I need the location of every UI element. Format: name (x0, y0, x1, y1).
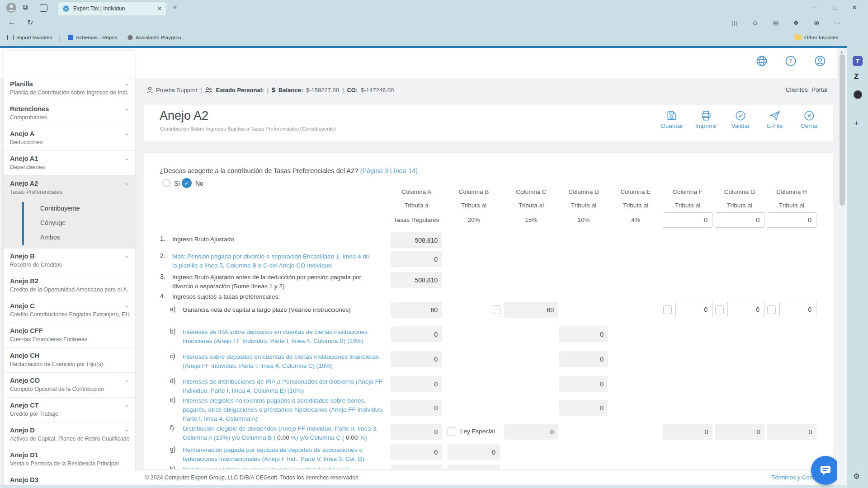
zendesk-icon[interactable]: Z (854, 72, 859, 81)
sidebar-item-planilla[interactable]: PlanillaPlanilla de Contribución sobre I… (4, 76, 135, 101)
profile-avatar[interactable] (6, 3, 16, 13)
row-label[interactable]: Intereses sobre depósitos en cuentas de … (183, 352, 384, 371)
collections-icon[interactable]: ⊞ (773, 19, 779, 27)
chevron-down-icon: ⌄ (124, 302, 129, 309)
sidebar-item-anejo-b2[interactable]: Anejo B2Crédito de la Oportunidad Americ… (4, 273, 135, 298)
radio-yes-label: Sí (174, 180, 180, 187)
row-label[interactable]: Intereses de IRA sobre depósitos en cuen… (183, 328, 384, 346)
schemas-repos-icon (68, 35, 73, 40)
readonly-field-col-A: 0 (391, 376, 442, 392)
column-header-E: Columna E (606, 188, 665, 195)
sidebar-item-retenciones[interactable]: RetencionesComprobantes⌄ (4, 101, 135, 126)
row-label[interactable]: Más: Pensión pagada por divorcio o separ… (172, 252, 373, 270)
checkbox-col-G[interactable] (715, 305, 724, 314)
checkbox-col-F[interactable] (663, 305, 672, 314)
settings-gear-icon[interactable]: ⚙ (853, 472, 860, 481)
checkbox-col-C[interactable] (492, 305, 500, 314)
chat-button[interactable] (811, 456, 840, 485)
settings-menu-icon[interactable]: ⋯ (834, 19, 840, 27)
column-header-D: Columna D (554, 188, 613, 195)
maximize-button[interactable]: □ (828, 3, 841, 12)
row-label[interactable]: Distribuciones totales de planes de reti… (183, 465, 384, 469)
readonly-field-col-A: 508,810 (391, 232, 442, 248)
scrollbar-thumb[interactable] (840, 54, 845, 206)
app-icon-dark[interactable] (854, 90, 862, 99)
row-label[interactable]: Distribución elegible de dividendos (Ane… (183, 424, 384, 442)
sidebar-item-anejo-b[interactable]: Anejo BRecobro de Créditos⌄ (4, 248, 135, 273)
help-icon[interactable]: ? (784, 55, 797, 67)
column-rate-input-F[interactable]: 0 (663, 212, 712, 228)
refresh-button[interactable]: ↻ (27, 19, 33, 26)
checkbox-col-H[interactable] (767, 305, 776, 314)
estado-label: Estado Personal: (216, 87, 264, 94)
input-field-col-F[interactable]: 0 (675, 302, 712, 317)
tab-actions-icon[interactable] (40, 4, 47, 12)
account-icon[interactable] (814, 55, 826, 67)
sidebar-item-anejo-d1[interactable]: Anejo D1Venta o Permuta de la Residencia… (4, 447, 135, 472)
radio-no[interactable]: ✓ (182, 178, 192, 188)
minimize-button[interactable]: — (808, 3, 821, 12)
sidebar-item-anejo-d[interactable]: Anejo DActivos de Capital, Planes de Ret… (4, 422, 135, 447)
column-rate-input-G[interactable]: 0 (715, 212, 764, 228)
radio-yes[interactable] (162, 179, 170, 187)
column-header-C: Columna C (502, 188, 561, 195)
sidebar-item-anejo-c[interactable]: Anejo CCrédito Contribuciones Pagadas Ex… (4, 298, 135, 323)
close-button[interactable]: ✕ (848, 3, 861, 12)
row-number: e) (170, 396, 175, 404)
sidebar-item-title: Anejo CT (10, 401, 130, 410)
portal-link[interactable]: Portal (811, 86, 827, 93)
favorites-toolbar-icon[interactable]: ✩ (752, 19, 758, 27)
paper-plane-icon (769, 110, 781, 122)
action-buttons: GuardarImprimirValidarE-FileCerrar (655, 110, 826, 129)
readonly-field-col-C: 60 (504, 302, 558, 318)
efile-button[interactable]: E-File (758, 110, 792, 129)
sidebar-item-title: Anejo CFF (10, 327, 130, 335)
validar-button[interactable]: Validar (723, 110, 758, 129)
row-label[interactable]: Intereses de distribuciones de IRA a Pen… (183, 377, 384, 395)
readonly-field-col-A: 0 (391, 400, 442, 416)
sidebar-item-anejo-a[interactable]: Anejo ADeducciones⌄ (4, 126, 135, 150)
sidebar-item-anejo-ct[interactable]: Anejo CTCrédito por Trabajo⌄ (4, 397, 135, 422)
sidebar-item-anejo-ch[interactable]: Anejo CHReclamación de Exención por Hijo… (4, 347, 135, 372)
sidebar-add-icon[interactable]: + (854, 118, 859, 128)
favorites-item-schemas[interactable]: Schemas - Repos (68, 35, 117, 40)
sidebar-item-anejo-cff[interactable]: Anejo CFFCuentas Financieras Foráneas (4, 323, 135, 347)
new-tab-button[interactable]: + (173, 4, 177, 11)
row-label[interactable]: Remuneración pagada por equipos de depor… (183, 446, 384, 464)
sidebar-item-title: Retenciones (10, 105, 130, 113)
cerrar-button[interactable]: Cerrar (792, 110, 826, 129)
browser-tab[interactable]: Expert Tax | Individuo ✕ (58, 2, 166, 15)
clientes-link[interactable]: Clientes (786, 86, 808, 93)
split-screen-icon[interactable]: ◫ (731, 19, 738, 27)
guardar-button[interactable]: Guardar (655, 110, 689, 129)
browser-essentials-icon[interactable]: ❖ (793, 19, 799, 27)
extensions-icon[interactable]: ⊕ (814, 19, 820, 27)
other-favorites-button[interactable]: Other favorites (795, 35, 838, 40)
row-label: Ingreso Bruto Ajustado (172, 235, 373, 244)
scrollbar-up-arrow[interactable]: ▲ (840, 50, 844, 54)
sidebar-item-anejo-a1[interactable]: Anejo A1Dependientes⌄ (4, 150, 135, 175)
teams-icon[interactable]: T (853, 56, 863, 66)
language-globe-icon[interactable] (755, 55, 768, 67)
question-link[interactable]: (Página 3 Línea 14) (360, 167, 417, 174)
sidebar-item-title: Anejo C (10, 302, 130, 310)
row-label[interactable]: Intereses elegibles no exentos pagados o… (183, 396, 384, 423)
workspaces-icon[interactable]: ⧉ (23, 4, 28, 11)
sidebar-item-subtitle: Cómputo Opcional de la Contribución (10, 385, 130, 393)
readonly-field-col-D: 0 (559, 376, 608, 392)
imprimir-button[interactable]: Imprimir (689, 110, 723, 129)
input-field-col-G[interactable]: 0 (727, 302, 764, 317)
column-rate-input-H[interactable]: 0 (767, 212, 816, 228)
svg-text:?: ? (789, 57, 793, 65)
readonly-field-col-D: 0 (559, 351, 608, 367)
back-button[interactable]: ← (8, 19, 16, 26)
ley-especial-checkbox[interactable] (448, 427, 456, 436)
input-field-col-H[interactable]: 0 (779, 302, 816, 317)
sidebar-item-anejo-a2[interactable]: Anejo A2Tasas Preferenciales⌄ (4, 175, 135, 200)
tab-close-icon[interactable]: ✕ (157, 5, 162, 12)
sidebar-item-subtitle: Deducciones (10, 139, 130, 146)
favorites-item-import[interactable]: Import favorites (7, 35, 52, 40)
sidebar-item-anejo-co[interactable]: Anejo COCómputo Opcional de la Contribuc… (4, 372, 135, 397)
favorites-item-assistants[interactable]: Assistants Playgrou... (127, 35, 186, 40)
assistants-playground-icon (127, 35, 133, 40)
